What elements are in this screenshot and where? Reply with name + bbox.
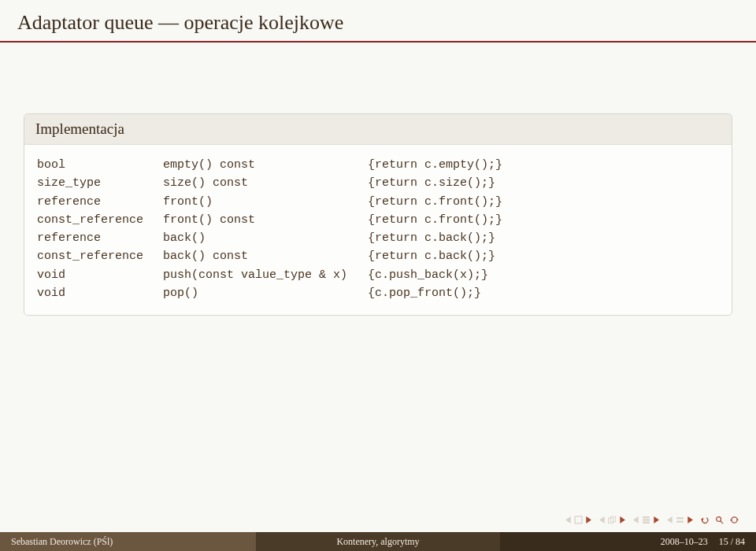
svg-rect-14 bbox=[676, 521, 684, 523]
code-row: reference front() {return c.front();} bbox=[37, 193, 719, 211]
signature: size() const bbox=[163, 174, 368, 192]
body: {return c.back();} bbox=[368, 229, 719, 247]
code-row: size_type size() const {return c.size();… bbox=[37, 174, 719, 192]
signature: pop() bbox=[163, 284, 368, 302]
return-type: const_reference bbox=[37, 247, 163, 265]
svg-rect-5 bbox=[610, 516, 615, 521]
signature: front() const bbox=[163, 211, 368, 229]
svg-line-18 bbox=[721, 521, 723, 523]
nav-frame[interactable] bbox=[598, 516, 626, 524]
body: {return c.empty();} bbox=[368, 156, 719, 174]
return-type: void bbox=[37, 284, 163, 302]
code-row: const_reference front() const {return c.… bbox=[37, 211, 719, 229]
body: {return c.front();} bbox=[368, 193, 719, 211]
triangle-left-icon bbox=[598, 516, 607, 524]
return-type: reference bbox=[37, 229, 163, 247]
svg-rect-10 bbox=[643, 522, 650, 523]
code-row: void push(const value_type & x) {c.push_… bbox=[37, 266, 719, 284]
triangle-right-icon bbox=[617, 516, 626, 524]
signature: front() bbox=[163, 193, 368, 211]
body: {c.pop_front();} bbox=[368, 284, 719, 302]
square-icon bbox=[574, 516, 583, 524]
svg-rect-9 bbox=[643, 519, 650, 520]
signature: back() const bbox=[163, 247, 368, 265]
nav-search[interactable] bbox=[715, 516, 724, 524]
svg-rect-13 bbox=[676, 517, 684, 519]
svg-rect-1 bbox=[575, 516, 582, 523]
nav-slide[interactable] bbox=[565, 516, 592, 524]
svg-marker-12 bbox=[667, 516, 673, 523]
footer-date: 2008–10–23 bbox=[661, 536, 708, 548]
frames-icon bbox=[608, 516, 617, 524]
content-area: Implementacja bool empty() const {return… bbox=[0, 43, 756, 316]
body: {return c.size();} bbox=[368, 174, 719, 192]
svg-point-17 bbox=[717, 517, 721, 522]
svg-marker-3 bbox=[599, 516, 605, 523]
block-body: bool empty() const {return c.empty();} s… bbox=[24, 145, 732, 315]
code-row: void pop() {c.pop_front();} bbox=[37, 284, 719, 302]
code-grid: bool empty() const {return c.empty();} s… bbox=[37, 156, 719, 302]
beamer-nav bbox=[565, 516, 739, 524]
page-number: 15 / 84 bbox=[719, 536, 745, 548]
return-type: bool bbox=[37, 156, 163, 174]
signature: back() bbox=[163, 229, 368, 247]
cycle-icon bbox=[730, 516, 739, 524]
block-heading: Implementacja bbox=[24, 114, 732, 145]
code-row: const_reference back() const {return c.b… bbox=[37, 247, 719, 265]
undo-icon bbox=[700, 516, 709, 524]
body: {c.push_back(x);} bbox=[368, 266, 719, 284]
svg-marker-0 bbox=[565, 516, 571, 523]
nav-subsection[interactable] bbox=[666, 516, 694, 524]
bars-icon bbox=[642, 516, 650, 524]
triangle-left-icon bbox=[632, 516, 641, 524]
svg-rect-8 bbox=[643, 516, 650, 518]
svg-marker-6 bbox=[620, 516, 625, 523]
triangle-right-icon bbox=[651, 516, 660, 524]
code-row: reference back() {return c.back();} bbox=[37, 229, 719, 247]
svg-marker-7 bbox=[633, 516, 639, 523]
svg-marker-2 bbox=[586, 516, 591, 523]
return-type: size_type bbox=[37, 174, 163, 192]
nav-back[interactable] bbox=[700, 516, 709, 524]
signature: push(const value_type & x) bbox=[163, 266, 368, 284]
svg-marker-15 bbox=[687, 516, 693, 523]
return-type: void bbox=[37, 266, 163, 284]
bars-small-icon bbox=[676, 516, 684, 524]
triangle-right-icon bbox=[685, 516, 694, 524]
triangle-left-icon bbox=[666, 516, 675, 524]
footer-title: Kontenery, algorytmy bbox=[256, 532, 501, 551]
return-type: reference bbox=[37, 193, 163, 211]
svg-marker-11 bbox=[654, 516, 659, 523]
code-row: bool empty() const {return c.empty();} bbox=[37, 156, 719, 174]
return-type: const_reference bbox=[37, 211, 163, 229]
triangle-left-icon bbox=[565, 516, 573, 524]
triangle-right-icon bbox=[584, 516, 592, 524]
search-icon bbox=[715, 516, 724, 524]
signature: empty() const bbox=[163, 156, 368, 174]
code-block: Implementacja bool empty() const {return… bbox=[24, 113, 732, 316]
footer-bar: Sebastian Deorowicz (PŚl) Kontenery, alg… bbox=[0, 532, 756, 551]
body: {return c.back();} bbox=[368, 247, 719, 265]
body: {return c.front();} bbox=[368, 211, 719, 229]
nav-circ[interactable] bbox=[730, 516, 739, 524]
footer-author: Sebastian Deorowicz (PŚl) bbox=[0, 532, 256, 551]
nav-section[interactable] bbox=[632, 516, 660, 524]
footer-right: 2008–10–23 15 / 84 bbox=[500, 532, 756, 551]
slide-title: Adaptator queue — operacje kolejkowe bbox=[0, 0, 756, 41]
